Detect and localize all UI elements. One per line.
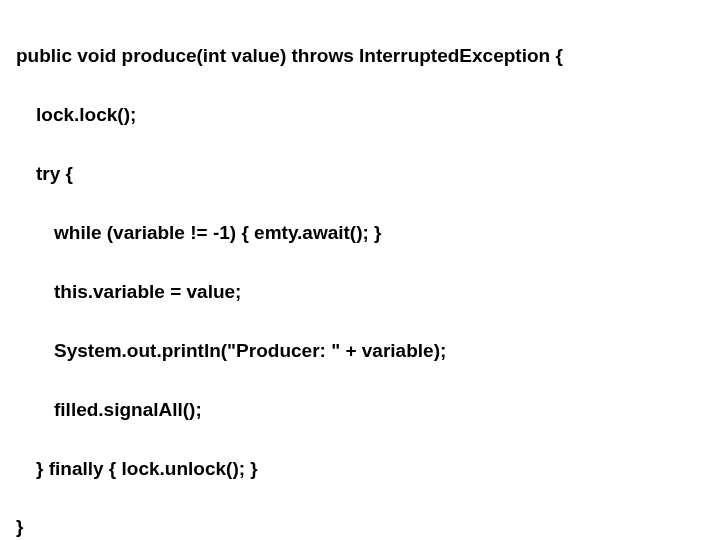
code-line: public void produce(int value) throws In… [16, 41, 704, 70]
code-line: lock.lock(); [16, 100, 704, 129]
code-line: System.out.println("Producer: " + variab… [16, 336, 704, 365]
code-line: try { [16, 159, 704, 188]
code-line: } finally { lock.unlock(); } [16, 454, 704, 483]
code-line: filled.signalAll(); [16, 395, 704, 424]
code-line: } [16, 512, 704, 540]
code-line: this.variable = value; [16, 277, 704, 306]
code-snippet: public void produce(int value) throws In… [16, 12, 704, 540]
code-line: while (variable != -1) { emty.await(); } [16, 218, 704, 247]
